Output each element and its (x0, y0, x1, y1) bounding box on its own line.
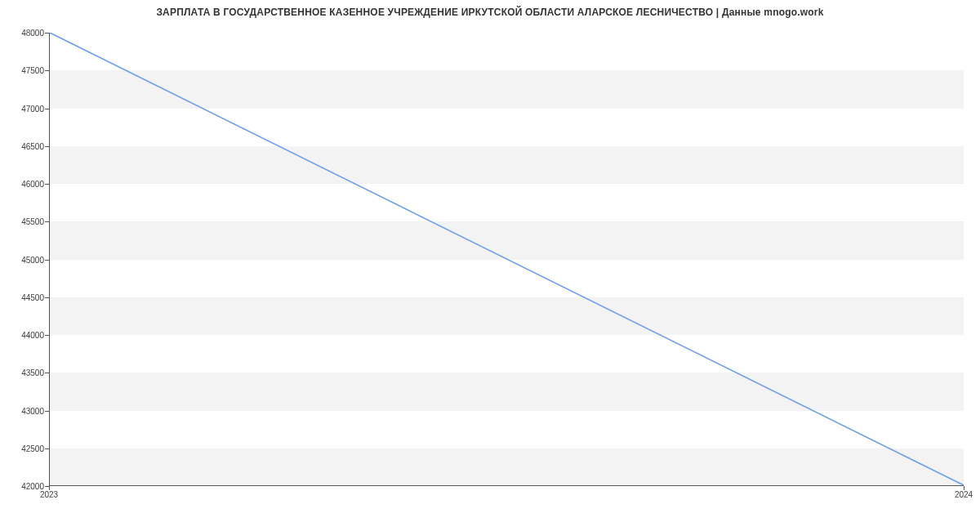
y-tick-mark (45, 335, 49, 336)
y-tick-label: 44500 (3, 292, 44, 301)
chart-title: ЗАРПЛАТА В ГОСУДАРСТВЕННОЕ КАЗЕННОЕ УЧРЕ… (0, 0, 980, 18)
plot-area (49, 33, 964, 486)
x-tick-mark (49, 486, 50, 490)
y-tick-label: 47000 (3, 104, 44, 113)
x-tick-label: 2024 (955, 490, 973, 499)
chart-container: ЗАРПЛАТА В ГОСУДАРСТВЕННОЕ КАЗЕННОЕ УЧРЕ… (0, 0, 980, 531)
y-tick-mark (45, 109, 49, 109)
y-tick-label: 43000 (3, 406, 44, 415)
y-tick-mark (45, 33, 49, 33)
y-tick-label: 43500 (3, 368, 44, 377)
y-tick-mark (45, 373, 49, 373)
y-tick-mark (45, 297, 49, 298)
y-tick-label: 48000 (3, 29, 44, 38)
y-tick-mark (45, 411, 49, 412)
x-tick-mark (964, 486, 964, 490)
x-tick-label: 2023 (40, 490, 58, 499)
y-tick-mark (45, 146, 49, 147)
y-tick-mark (45, 221, 49, 222)
y-tick-mark (45, 184, 49, 185)
y-tick-mark (45, 260, 49, 261)
y-tick-label: 46000 (3, 180, 44, 189)
y-tick-label: 45000 (3, 255, 44, 264)
y-tick-label: 42500 (3, 444, 44, 453)
y-tick-label: 47500 (3, 66, 44, 75)
line-series (50, 33, 964, 485)
y-tick-label: 46500 (3, 141, 44, 150)
y-tick-label: 45500 (3, 217, 44, 226)
y-tick-mark (45, 70, 49, 71)
y-tick-label: 42000 (3, 482, 44, 491)
y-tick-mark (45, 448, 49, 449)
y-tick-label: 44000 (3, 331, 44, 340)
series-line (50, 33, 964, 485)
